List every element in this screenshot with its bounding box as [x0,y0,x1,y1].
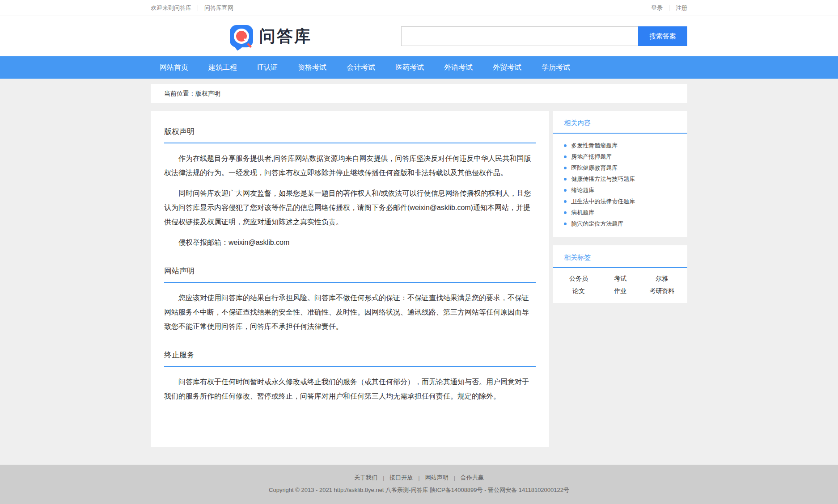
content-section: 版权声明作为在线题目分享服务提供者,问答库网站数据资源均来自网友提供，问答库坚决… [164,126,536,250]
main-nav: 网站首页建筑工程IT认证资格考试会计考试医药考试外语考试外贸考试学历考试 [151,56,687,79]
section-paragraph: 同时问答库欢迎广大网友监督，如果您是某一题目的著作权人和/或依法可以行使信息网络… [164,186,536,229]
related-content-item[interactable]: 健康传播方法与技巧题库 [564,173,677,185]
bullet-icon [564,223,567,225]
related-content-title: 相关内容 [553,111,687,134]
section-title: 版权声明 [164,126,536,143]
tag-link[interactable]: 考研资料 [641,286,683,296]
related-content-item[interactable]: 卫生法中的法律责任题库 [564,196,677,207]
asklib-logo-icon [230,25,253,47]
logo-q-tail [247,43,252,48]
related-content-list: 多发性骨髓瘤题库房地产抵押题库医院健康教育题库健康传播方法与技巧题库绪论题库卫生… [553,134,687,237]
login-link[interactable]: 登录 [651,4,663,12]
related-content-item[interactable]: 病机题库 [564,207,677,218]
speech-bubble-tail [234,42,242,50]
nav-item[interactable]: 会计考试 [347,63,375,72]
related-content-label: 多发性骨髓瘤题库 [571,142,618,150]
sidebar: 相关内容 多发性骨髓瘤题库房地产抵押题库医院健康教育题库健康传播方法与技巧题库绪… [553,111,687,303]
search-input[interactable] [401,26,638,46]
related-tags-panel: 相关标签 公务员考试尔雅论文作业考研资料 [553,245,687,303]
nav-item[interactable]: 建筑工程 [208,63,237,72]
nav-item[interactable]: 外语考试 [444,63,473,72]
related-content-item[interactable]: 房地产抵押题库 [564,151,677,162]
related-content-item[interactable]: 多发性骨髓瘤题库 [564,140,677,151]
search-answers-button[interactable]: 搜索答案 [638,26,687,46]
related-content-label: 病机题库 [571,209,594,217]
breadcrumb-wrap: 当前位置： 版权声明 [151,84,687,103]
bullet-icon [564,167,567,169]
divider [198,5,198,11]
divider: | [383,475,384,481]
nav-item[interactable]: 学历考试 [542,63,570,72]
related-content-label: 绪论题库 [571,186,594,194]
topbar-official-site-link[interactable]: 问答库官网 [204,4,233,12]
bullet-icon [564,178,567,181]
copyright-text: Copyright © 2013 - 2021 http://asklib.8y… [0,486,838,494]
related-content-label: 健康传播方法与技巧题库 [571,175,635,183]
related-content-item[interactable]: 绪论题库 [564,185,677,196]
related-content-label: 房地产抵押题库 [571,153,612,161]
navbar: 网站首页建筑工程IT认证资格考试会计考试医药考试外语考试外贸考试学历考试 [0,56,838,79]
related-content-label: 卫生法中的法律责任题库 [571,197,635,206]
related-tags-grid: 公务员考试尔雅论文作业考研资料 [553,268,687,303]
related-content-item[interactable]: 医院健康教育题库 [564,162,677,173]
nav-item[interactable]: 网站首页 [160,63,188,72]
article: 版权声明作为在线题目分享服务提供者,问答库网站数据资源均来自网友提供，问答库坚决… [151,111,549,447]
tag-link[interactable]: 考试 [600,273,641,283]
breadcrumb-prefix: 当前位置： [164,90,195,98]
section-paragraph: 您应该对使用问答库的结果自行承担风险。问答库不做任何形式的保证：不保证查找结果满… [164,291,536,334]
section-paragraph: 侵权举报邮箱：weixin@asklib.com [164,235,536,250]
content-section: 终止服务问答库有权于任何时间暂时或永久修改或终止我们的服务（或其任何部分），而无… [164,350,536,403]
divider [669,5,669,11]
bullet-icon [564,211,567,214]
divider: | [418,475,419,481]
tag-link[interactable]: 公务员 [558,273,599,283]
section-paragraph: 作为在线题目分享服务提供者,问答库网站数据资源均来自网友提供，问答库坚决反对任何… [164,151,536,180]
bullet-icon [564,144,567,147]
section-title: 网站声明 [164,266,536,283]
bullet-icon [564,155,567,158]
footer-link[interactable]: 接口开放 [389,474,413,482]
logo-white-circle [234,29,249,44]
footer-link[interactable]: 网站声明 [425,474,449,482]
related-content-label: 腧穴的定位方法题库 [571,220,623,228]
topbar: 欢迎来到问答库 问答库官网 登录 注册 [0,0,838,16]
footer-links: 关于我们|接口开放|网站声明|合作共赢 [0,474,838,482]
related-content-panel: 相关内容 多发性骨髓瘤题库房地产抵押题库医院健康教育题库健康传播方法与技巧题库绪… [553,111,687,237]
section-title: 终止服务 [164,350,536,367]
page-body: 版权声明作为在线题目分享服务提供者,问答库网站数据资源均来自网友提供，问答库坚决… [151,111,687,447]
footer-link[interactable]: 关于我们 [354,474,377,482]
nav-item[interactable]: 外贸考试 [493,63,521,72]
bullet-icon [564,200,567,203]
breadcrumb-current-page[interactable]: 版权声明 [195,90,220,98]
nav-item[interactable]: 资格考试 [298,63,326,72]
bullet-icon [564,189,567,192]
site-logo[interactable]: 问答库 [230,25,312,47]
register-link[interactable]: 注册 [676,4,687,12]
logo-text: 问答库 [259,25,312,47]
tag-link[interactable]: 作业 [600,286,641,296]
tag-link[interactable]: 论文 [558,286,599,296]
site-header: 问答库 搜索答案 [0,16,838,56]
search-bar: 搜索答案 [401,26,687,46]
divider: | [454,475,455,481]
logo-red-circle [236,31,247,42]
footer-link[interactable]: 合作共赢 [461,474,484,482]
footer: 关于我们|接口开放|网站声明|合作共赢 Copyright © 2013 - 2… [0,465,838,504]
topbar-welcome-link[interactable]: 欢迎来到问答库 [151,4,191,12]
related-tags-title: 相关标签 [553,245,687,268]
section-paragraph: 问答库有权于任何时间暂时或永久修改或终止我们的服务（或其任何部分），而无论其通知… [164,375,536,403]
content-section: 网站声明您应该对使用问答库的结果自行承担风险。问答库不做任何形式的保证：不保证查… [164,266,536,334]
tag-link[interactable]: 尔雅 [641,273,683,283]
nav-item[interactable]: IT认证 [257,63,278,72]
nav-item[interactable]: 医药考试 [395,63,424,72]
related-content-item[interactable]: 腧穴的定位方法题库 [564,218,677,229]
related-content-label: 医院健康教育题库 [571,164,618,172]
breadcrumb: 当前位置： 版权声明 [151,84,687,103]
